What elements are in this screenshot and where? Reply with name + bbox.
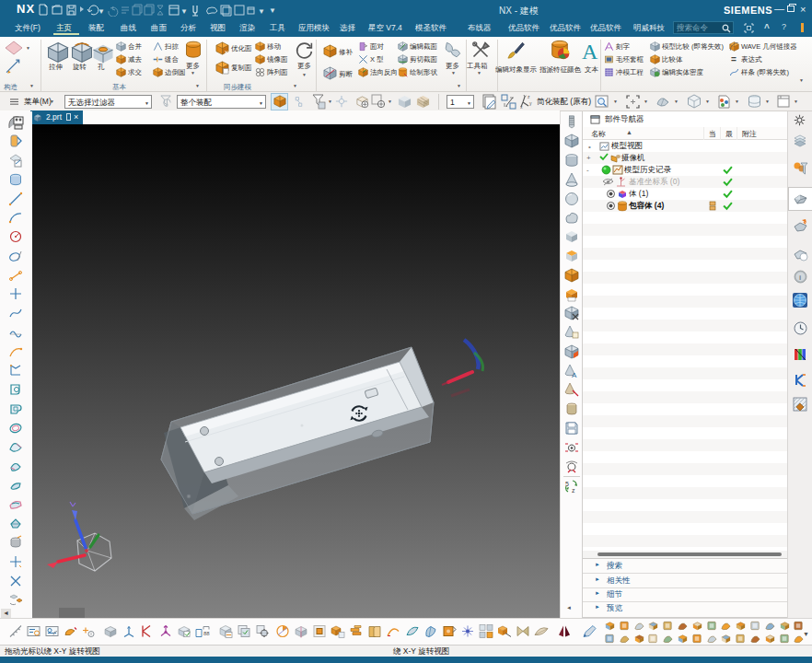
svg-text:z: z — [572, 487, 575, 494]
svg-text:▼: ▼ — [269, 6, 276, 15]
svg-text:▼: ▼ — [98, 7, 105, 16]
svg-text:x: x — [520, 104, 523, 110]
svg-text:i: i — [799, 273, 801, 282]
svg-text:▼: ▼ — [258, 7, 265, 16]
svg-text:▼: ▼ — [180, 7, 188, 16]
svg-text:88: 88 — [203, 631, 210, 636]
svg-text:z: z — [528, 94, 530, 99]
svg-text:A: A — [572, 371, 577, 378]
svg-text:y: y — [529, 100, 532, 106]
